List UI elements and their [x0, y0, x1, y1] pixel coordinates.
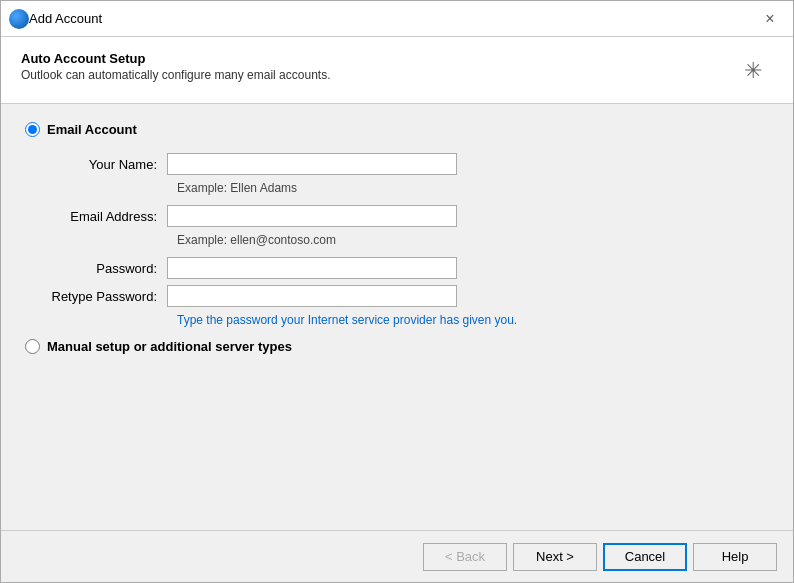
retype-password-input[interactable]: [167, 285, 457, 307]
manual-setup-radio-label[interactable]: Manual setup or additional server types: [25, 339, 769, 354]
your-name-input[interactable]: [167, 153, 457, 175]
content-area: Auto Account Setup Outlook can automatic…: [1, 37, 793, 530]
email-address-row: Email Address:: [47, 205, 769, 227]
retype-password-row: Retype Password:: [47, 285, 769, 307]
email-account-radio[interactable]: [25, 122, 40, 137]
back-button[interactable]: < Back: [423, 543, 507, 571]
your-name-hint-row: Example: Ellen Adams: [47, 181, 769, 195]
retype-password-label: Retype Password:: [47, 289, 167, 304]
cancel-button[interactable]: Cancel: [603, 543, 687, 571]
header-cursor-icon: ✳: [733, 51, 773, 91]
email-address-hint-row: Example: ellen@contoso.com: [47, 233, 769, 247]
email-address-input[interactable]: [167, 205, 457, 227]
close-button[interactable]: ×: [755, 4, 785, 34]
auto-setup-title: Auto Account Setup: [21, 51, 331, 66]
password-hint-row: Type the password your Internet service …: [47, 313, 769, 327]
your-name-label: Your Name:: [47, 157, 167, 172]
asterisk-icon: ✳: [744, 60, 762, 82]
email-account-radio-label[interactable]: Email Account: [25, 122, 769, 137]
email-address-hint: Example: ellen@contoso.com: [177, 233, 336, 247]
your-name-row: Your Name:: [47, 153, 769, 175]
footer: < Back Next > Cancel Help: [1, 530, 793, 582]
form-area: Email Account Your Name: Example: Ellen …: [1, 104, 793, 530]
password-label: Password:: [47, 261, 167, 276]
password-row: Password:: [47, 257, 769, 279]
auto-setup-subtitle: Outlook can automatically configure many…: [21, 68, 331, 82]
add-account-window: Add Account × Auto Account Setup Outlook…: [0, 0, 794, 583]
title-bar: Add Account ×: [1, 1, 793, 37]
form-fields: Your Name: Example: Ellen Adams Email Ad…: [25, 153, 769, 327]
next-button[interactable]: Next >: [513, 543, 597, 571]
email-address-label: Email Address:: [47, 209, 167, 224]
app-icon: [9, 9, 29, 29]
auto-setup-text-block: Auto Account Setup Outlook can automatic…: [21, 51, 331, 82]
manual-setup-radio[interactable]: [25, 339, 40, 354]
help-button[interactable]: Help: [693, 543, 777, 571]
auto-setup-header: Auto Account Setup Outlook can automatic…: [1, 37, 793, 104]
your-name-hint: Example: Ellen Adams: [177, 181, 297, 195]
window-title: Add Account: [29, 11, 755, 26]
email-account-label: Email Account: [47, 122, 137, 137]
manual-setup-label: Manual setup or additional server types: [47, 339, 292, 354]
manual-setup-section: Manual setup or additional server types: [25, 339, 769, 354]
password-input[interactable]: [167, 257, 457, 279]
password-hint-text: Type the password your Internet service …: [177, 313, 517, 327]
email-account-section: Email Account: [25, 122, 769, 137]
